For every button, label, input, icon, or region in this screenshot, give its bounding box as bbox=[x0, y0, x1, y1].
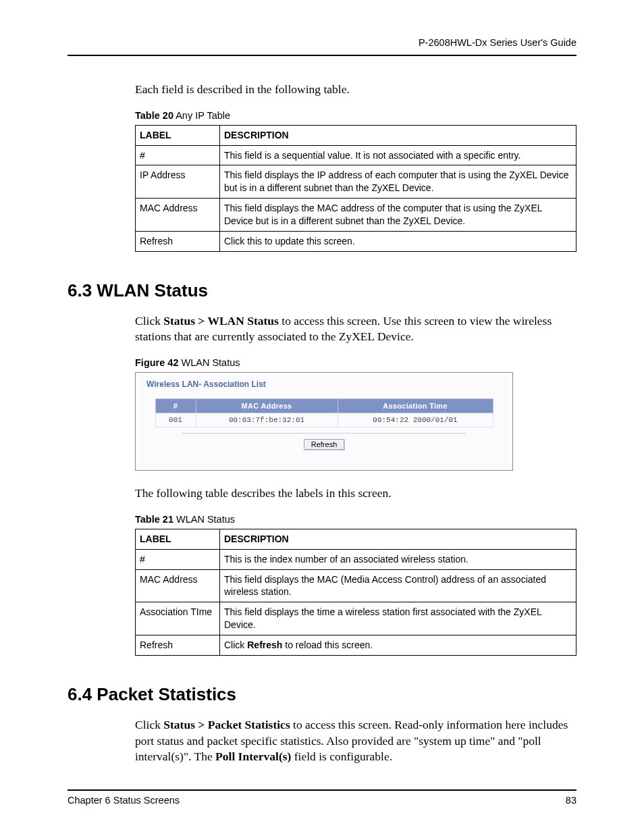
section-6-3-para: Click Status > WLAN Status to access thi… bbox=[135, 313, 576, 345]
assoc-h-num: # bbox=[155, 399, 196, 413]
table-row: Refresh Click this to update this screen… bbox=[136, 231, 576, 251]
after-fig-text: The following table describes the labels… bbox=[135, 486, 576, 502]
table20-caption-num: Table 20 bbox=[135, 110, 173, 121]
refresh-button[interactable]: Refresh bbox=[304, 439, 345, 450]
cell-label: Refresh bbox=[136, 231, 220, 251]
assoc-cell-mac: 00:03:7f:be:32:01 bbox=[196, 413, 338, 427]
cell-desc: This field displays the MAC (Media Acces… bbox=[220, 569, 576, 602]
table21-h-label: LABEL bbox=[136, 529, 220, 549]
p63-b: Status > WLAN Status bbox=[163, 314, 279, 328]
table20-h-desc: DESCRIPTION bbox=[220, 125, 576, 145]
figure42-caption-num: Figure 42 bbox=[135, 357, 178, 368]
footer-page-number: 83 bbox=[566, 795, 576, 806]
cell-desc: This field is a sequential value. It is … bbox=[220, 145, 576, 165]
section-6-3-heading: 6.3 WLAN Status bbox=[68, 280, 576, 301]
t21r3-b: Refresh bbox=[247, 640, 282, 650]
table-row: IP Address This field displays the IP ad… bbox=[136, 165, 576, 199]
running-head: P-2608HWL-Dx Series User's Guide bbox=[68, 37, 576, 55]
figure42-caption: Figure 42 WLAN Status bbox=[135, 357, 576, 368]
cell-desc: This is the index number of an associate… bbox=[220, 549, 576, 569]
p64-a: Click bbox=[135, 718, 163, 731]
assoc-h-mac: MAC Address bbox=[196, 399, 338, 413]
table-row: # This field is a sequential value. It i… bbox=[136, 145, 576, 165]
cell-label: MAC Address bbox=[136, 569, 220, 602]
section-6-4-para: Click Status > Packet Statistics to acce… bbox=[135, 717, 576, 765]
table-row: Association TIme This field displays the… bbox=[136, 602, 576, 635]
table-row: # This is the index number of an associa… bbox=[136, 549, 576, 569]
table20-caption: Table 20 Any IP Table bbox=[135, 110, 576, 121]
cell-desc: Click this to update this screen. bbox=[220, 231, 576, 251]
table21-h-desc: DESCRIPTION bbox=[220, 529, 576, 549]
assoc-h-time: Association Time bbox=[338, 399, 493, 413]
t21r3-a: Click bbox=[224, 640, 247, 650]
footer-chapter: Chapter 6 Status Screens bbox=[68, 795, 180, 806]
cell-desc: This field displays the time a wireless … bbox=[220, 602, 576, 635]
cell-label: IP Address bbox=[136, 165, 220, 199]
assoc-row: 001 00:03:7f:be:32:01 00:54:22 2000/01/0… bbox=[155, 413, 493, 427]
table20: LABEL DESCRIPTION # This field is a sequ… bbox=[135, 125, 576, 252]
table-row: Refresh Click Refresh to reload this scr… bbox=[136, 635, 576, 656]
table-row: MAC Address This field displays the MAC … bbox=[136, 569, 576, 602]
p63-a: Click bbox=[135, 314, 163, 328]
p64-b: Status > Packet Statistics bbox=[163, 718, 290, 731]
intro-text: Each field is described in the following… bbox=[135, 82, 576, 98]
header-rule bbox=[68, 55, 576, 56]
cell-label: # bbox=[136, 549, 220, 569]
p64-e: field is configurable. bbox=[291, 750, 392, 763]
assoc-table: # MAC Address Association Time 001 00:03… bbox=[155, 398, 493, 427]
section-6-4-heading: 6.4 Packet Statistics bbox=[68, 684, 576, 705]
table20-h-label: LABEL bbox=[136, 125, 220, 145]
table21-caption-num: Table 21 bbox=[135, 514, 173, 525]
table20-caption-title: Any IP Table bbox=[173, 110, 230, 121]
figure42-panel-title: Wireless LAN- Association List bbox=[136, 373, 512, 398]
cell-label: MAC Address bbox=[136, 199, 220, 232]
cell-label: Refresh bbox=[136, 635, 220, 656]
table21-caption: Table 21 WLAN Status bbox=[135, 514, 576, 525]
figure42-caption-title: WLAN Status bbox=[178, 357, 240, 368]
cell-label: # bbox=[136, 145, 220, 165]
cell-desc: This field displays the MAC address of t… bbox=[220, 199, 576, 232]
table21-caption-title: WLAN Status bbox=[173, 514, 235, 525]
cell-desc: This field displays the IP address of ea… bbox=[220, 165, 576, 199]
p64-d: Poll Interval(s) bbox=[215, 750, 291, 763]
dotted-separator bbox=[182, 433, 466, 434]
assoc-cell-num: 001 bbox=[155, 413, 196, 427]
assoc-cell-time: 00:54:22 2000/01/01 bbox=[338, 413, 493, 427]
table-row: MAC Address This field displays the MAC … bbox=[136, 199, 576, 232]
table21: LABEL DESCRIPTION # This is the index nu… bbox=[135, 529, 576, 656]
cell-label: Association TIme bbox=[136, 602, 220, 635]
figure42-panel: Wireless LAN- Association List # MAC Add… bbox=[135, 372, 513, 471]
cell-desc: Click Refresh to reload this screen. bbox=[220, 635, 576, 656]
t21r3-c: to reload this screen. bbox=[282, 640, 373, 650]
